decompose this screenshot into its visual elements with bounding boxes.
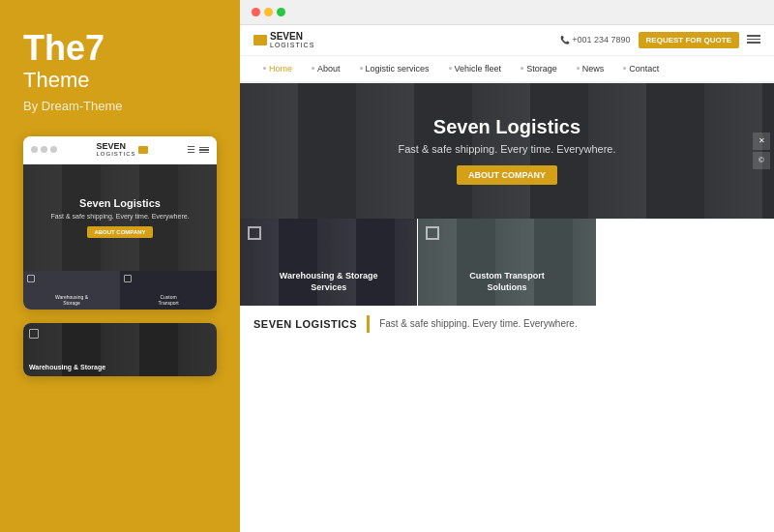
menu-dot-home <box>263 67 266 70</box>
service-card-warehousing[interactable]: Warehousing & StorageServices <box>240 219 417 306</box>
theme-title: The7 <box>23 29 217 68</box>
mockup-dots <box>31 146 57 153</box>
right-panel: SEVEN LOGISTICS +001 234 7890 REQUEST FO… <box>240 0 774 532</box>
menu-item-logistic[interactable]: Logistic services <box>350 61 439 76</box>
hero-about-button[interactable]: ABOUT COMPANY <box>457 165 557 185</box>
logo-line2: LOGISTICS <box>270 42 314 49</box>
theme-subtitle: Theme <box>23 68 217 93</box>
menu-label-vehicle: Vehicle fleet <box>455 64 502 74</box>
mockup-bar: SEVEN LOGISTICS ☰ <box>23 136 217 164</box>
service-label-2: Custom TransportSolutions <box>469 271 545 293</box>
menu-label-contact: Contact <box>629 64 659 74</box>
left-panel: The7 Theme By Dream-Theme SEVEN LOGISTIC… <box>0 0 240 532</box>
mockup-dot-3 <box>50 146 57 153</box>
service-label-1: Warehousing & StorageServices <box>280 271 378 293</box>
service-card-transport[interactable]: Custom TransportSolutions <box>418 219 595 306</box>
site-logo-box <box>253 35 267 45</box>
mockup-about-button[interactable]: ABOUT COMPANY <box>87 226 152 238</box>
mockup-service-label-2: CustomTransport <box>158 294 178 306</box>
site-logo-text: SEVEN LOGISTICS <box>270 31 314 49</box>
site-hero: Seven Logistics Fast & safe shipping. Ev… <box>240 83 774 219</box>
menu-label-home: Home <box>269 64 292 74</box>
menu-dot-about <box>312 67 314 70</box>
hero-sub: Fast & safe shipping. Every time. Everyw… <box>399 143 616 155</box>
mockup-service-corner-1 <box>27 275 35 282</box>
site-nav-right: +001 234 7890 REQUEST FOR QUOTE <box>560 32 760 48</box>
logo-line1: SEVEN <box>270 31 314 42</box>
menu-dot-news <box>577 67 580 70</box>
service-label-3: Cleverly CombinedShipping <box>646 271 726 293</box>
site-logo: SEVEN LOGISTICS <box>253 31 314 49</box>
menu-label-about: About <box>317 64 341 74</box>
hero-title: Seven Logistics <box>399 116 616 138</box>
browser-dots <box>252 8 285 24</box>
menu-dot-logistic <box>360 67 363 70</box>
mockup-nav-icons: ☰ <box>187 144 209 155</box>
mobile-mockup: SEVEN LOGISTICS ☰ Seven Logistics Fast &… <box>23 136 217 310</box>
menu-item-contact[interactable]: Contact <box>613 61 669 76</box>
service-corner-3 <box>605 226 618 240</box>
hamburger-icon[interactable] <box>747 35 760 44</box>
mockup-logo-box <box>138 146 148 154</box>
mockup-dot-2 <box>41 146 47 153</box>
site-footer-section: SEVEN LOGISTICS Fast & safe shipping. Ev… <box>240 306 774 342</box>
services-row: Warehousing & StorageServices Custom Tra… <box>240 219 774 306</box>
mockup-service-2: CustomTransport <box>120 271 217 310</box>
menu-dot-vehicle <box>449 67 452 70</box>
mockup-menu-icon <box>199 147 209 154</box>
browser-content: SEVEN LOGISTICS +001 234 7890 REQUEST FO… <box>240 25 774 532</box>
footer-sub: Fast & safe shipping. Every time. Everyw… <box>379 318 578 329</box>
menu-item-storage[interactable]: Storage <box>511 61 567 76</box>
site-nav: SEVEN LOGISTICS +001 234 7890 REQUEST FO… <box>240 25 774 56</box>
menu-dot-contact <box>623 67 626 70</box>
service-corner-2 <box>426 226 439 240</box>
footer-divider <box>367 315 370 333</box>
mockup-search-icon: ☰ <box>187 144 195 155</box>
mockup-dot-1 <box>31 146 38 153</box>
mockup-service-1: Warehousing &Storage <box>23 271 120 310</box>
hero-side-icons: ✕ © <box>753 133 770 169</box>
mockup-services: Warehousing &Storage CustomTransport <box>23 271 217 310</box>
menu-label-logistic: Logistic services <box>366 64 430 74</box>
site-menu: Home About Logistic services Vehicle fle… <box>240 56 774 83</box>
menu-item-vehicle[interactable]: Vehicle fleet <box>439 61 512 76</box>
footer-heading: SEVEN LOGISTICS <box>253 318 357 330</box>
small-mockup-inner: Warehousing & Storage <box>23 323 217 376</box>
scroll-icon[interactable]: © <box>753 152 770 169</box>
browser-dot-red <box>252 8 260 16</box>
small-mockup-label: Warehousing & Storage <box>29 364 105 370</box>
mockup-hero-title: Seven Logistics <box>79 197 161 209</box>
hero-text: Seven Logistics Fast & safe shipping. Ev… <box>399 116 616 185</box>
request-quote-button[interactable]: REQUEST FOR QUOTE <box>639 32 739 48</box>
mockup-service-corner-2 <box>124 275 132 282</box>
small-mockup-corner <box>29 329 39 339</box>
site-phone: +001 234 7890 <box>560 35 631 44</box>
browser-dot-green <box>277 8 285 16</box>
service-corner-1 <box>248 226 261 240</box>
menu-item-home[interactable]: Home <box>253 61 302 76</box>
close-icon[interactable]: ✕ <box>753 133 770 150</box>
mockup-logo: SEVEN LOGISTICS <box>96 142 147 158</box>
mockup-service-label-1: Warehousing &Storage <box>55 294 88 306</box>
browser-dot-yellow <box>264 8 273 16</box>
browser-chrome <box>240 0 774 25</box>
mockup-hero-sub: Fast & safe shipping. Every time. Everyw… <box>50 212 189 221</box>
menu-label-news: News <box>582 64 605 74</box>
menu-item-about[interactable]: About <box>302 61 350 76</box>
mobile-mockup-small: Warehousing & Storage <box>23 323 217 376</box>
menu-dot-storage <box>521 67 523 70</box>
theme-author: By Dream-Theme <box>23 99 217 113</box>
menu-label-storage: Storage <box>526 64 557 74</box>
service-card-shipping[interactable]: Cleverly CombinedShipping <box>597 219 774 306</box>
mockup-hero: Seven Logistics Fast & safe shipping. Ev… <box>23 164 217 271</box>
menu-item-news[interactable]: News <box>567 61 614 76</box>
